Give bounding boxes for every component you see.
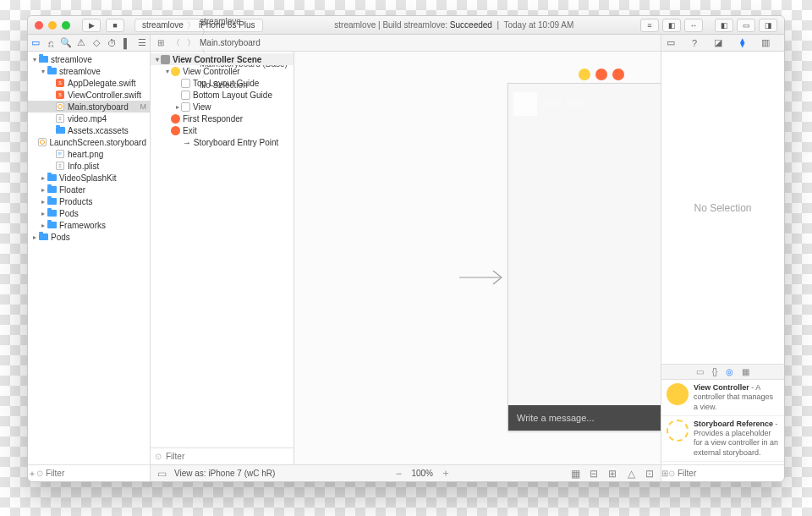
file-template-library-icon[interactable]: ▭: [696, 367, 704, 376]
identity-inspector-icon[interactable]: ◪: [709, 35, 727, 52]
outline-tree[interactable]: ▾View Controller Scene▾View ControllerTo…: [151, 52, 294, 447]
nav-item[interactable]: ▾streamlove: [28, 53, 150, 65]
editor-area: ⊞ 〈 〉 streamlove〉streamlove〉Main.storybo…: [151, 35, 661, 481]
scene-exit-icon[interactable]: [612, 69, 624, 80]
library-view-mode-icon[interactable]: ⊞: [661, 469, 668, 478]
back-icon[interactable]: 〈: [169, 37, 183, 49]
activity-status: streamlove | Build streamlove: Succeeded…: [268, 20, 640, 30]
nav-item[interactable]: Main.storyboardM: [28, 101, 150, 113]
pin-icon[interactable]: ⊞: [606, 468, 618, 480]
nav-item[interactable]: sViewController.swift: [28, 89, 150, 101]
editor-version-icon[interactable]: ↔: [684, 19, 703, 32]
project-tree[interactable]: ▾streamlove▾streamlovesAppDelegate.swift…: [28, 52, 150, 464]
view-controller-scene[interactable]: John Doe Write a message... ❤: [508, 83, 661, 431]
debug-navigator-icon[interactable]: ⏱: [104, 35, 119, 52]
document-outline: ▾View Controller Scene▾View ControllerTo…: [151, 52, 294, 464]
nav-item[interactable]: ▸VideoSplashKit: [28, 172, 150, 184]
outline-item[interactable]: First Responder: [151, 113, 294, 124]
nav-item[interactable]: ▸Frameworks: [28, 219, 150, 231]
library-filter-input[interactable]: [678, 469, 785, 478]
align-icon[interactable]: ⊟: [588, 468, 600, 480]
outline-item[interactable]: Bottom Layout Guide: [151, 89, 294, 101]
nav-item[interactable]: ▸Pods: [28, 231, 150, 243]
object-library-icon[interactable]: ◎: [726, 367, 733, 376]
media-library-icon[interactable]: ▦: [742, 367, 749, 376]
jump-bar[interactable]: ⊞ 〈 〉 streamlove〉streamlove〉Main.storybo…: [151, 35, 661, 52]
outline-filter-input[interactable]: [166, 452, 294, 461]
embed-icon[interactable]: ▦: [569, 468, 581, 480]
related-items-icon[interactable]: ⊞: [154, 38, 167, 47]
editor-standard-icon[interactable]: ≡: [640, 19, 659, 32]
stop-button[interactable]: ■: [106, 19, 124, 32]
storyboard-canvas[interactable]: John Doe Write a message... ❤: [294, 52, 661, 464]
nav-item[interactable]: ≡Info.plist: [28, 160, 150, 172]
inspector-empty: No Selection: [661, 52, 784, 365]
library-item[interactable]: View Controller - A controller that mana…: [661, 380, 784, 416]
symbol-navigator-icon[interactable]: ⎌: [43, 35, 58, 52]
nav-item[interactable]: ▸Floater: [28, 184, 150, 195]
toggle-inspector-icon[interactable]: ◨: [759, 19, 777, 32]
nav-item[interactable]: ▸Pods: [28, 207, 150, 219]
attributes-inspector-icon[interactable]: ⧫: [732, 35, 751, 52]
message-input-bar: Write a message... ❤: [508, 405, 661, 431]
outline-item[interactable]: Top Layout Guide: [151, 77, 294, 89]
nav-item[interactable]: ▾streamlove: [28, 65, 150, 77]
breadcrumb[interactable]: streamlove: [200, 17, 288, 26]
filter-icon: ⊙: [668, 469, 675, 478]
view-as-label[interactable]: View as: iPhone 7 (wC hR): [174, 469, 275, 478]
nav-item[interactable]: ▸Products: [28, 195, 150, 207]
object-library[interactable]: View Controller - A controller that mana…: [661, 380, 784, 464]
navigator-filter-input[interactable]: [46, 469, 153, 478]
run-button[interactable]: ▶: [82, 19, 101, 32]
zoom-out-icon[interactable]: −: [392, 468, 404, 480]
inspector-tabs: ▭ ? ◪ ⧫ ▥ ◉: [661, 35, 784, 52]
close-icon[interactable]: [35, 21, 43, 30]
zoom-in-icon[interactable]: ＋: [440, 466, 452, 480]
zoom-icon[interactable]: [62, 21, 70, 30]
stack-icon[interactable]: ⊡: [644, 468, 656, 480]
issue-navigator-icon[interactable]: ⚠: [74, 35, 89, 52]
nav-item[interactable]: heart.png: [28, 148, 150, 160]
entry-point-arrow-icon: [459, 265, 507, 290]
outline-item[interactable]: Exit: [151, 124, 294, 136]
report-navigator-icon[interactable]: ☰: [134, 35, 150, 52]
editor-assistant-icon[interactable]: ◧: [662, 19, 681, 32]
help-inspector-icon[interactable]: ?: [685, 35, 704, 52]
find-navigator-icon[interactable]: 🔍: [58, 35, 74, 52]
scene-responder-icon[interactable]: [595, 69, 607, 80]
add-button[interactable]: ＋: [28, 468, 36, 480]
outline-item[interactable]: → Storyboard Entry Point: [151, 136, 294, 148]
library-footer: ⊞ ⊙: [661, 464, 784, 481]
scene-vc-icon[interactable]: [579, 69, 590, 80]
breakpoint-navigator-icon[interactable]: ▌: [119, 35, 134, 52]
resolve-icon[interactable]: △: [625, 468, 637, 480]
canvas-toolbar: ▭ View as: iPhone 7 (wC hR) − 100% ＋ ▦ ⊟…: [151, 464, 661, 481]
test-navigator-icon[interactable]: ◇: [89, 35, 104, 52]
code-snippet-library-icon[interactable]: {}: [712, 367, 718, 376]
nav-item[interactable]: ≡video.mp4: [28, 113, 150, 124]
library-item[interactable]: Storyboard Reference - Provides a placeh…: [661, 416, 784, 462]
minimize-icon[interactable]: [48, 21, 57, 30]
nav-item[interactable]: sAppDelegate.swift: [28, 77, 150, 89]
breadcrumb[interactable]: Main.storyboard: [200, 38, 288, 47]
nav-item[interactable]: Assets.xcassets: [28, 124, 150, 136]
username-label: John Doe: [542, 97, 582, 107]
scheme-project: streamlove: [142, 20, 184, 30]
inspector-panel: ▭ ? ◪ ⧫ ▥ ◉ No Selection ▭ {} ◎ ▦ View C…: [661, 35, 784, 481]
window-controls: [28, 21, 77, 30]
filter-icon: ⊙: [36, 469, 43, 478]
forward-icon[interactable]: 〉: [184, 37, 198, 49]
file-inspector-icon[interactable]: ▭: [661, 35, 680, 52]
toggle-navigator-icon[interactable]: ◧: [715, 19, 733, 32]
zoom-level: 100%: [411, 469, 433, 478]
connections-inspector-icon[interactable]: ◉: [780, 35, 785, 52]
toggle-outline-icon[interactable]: ▭: [156, 468, 167, 480]
project-navigator-icon[interactable]: ▭: [28, 35, 43, 52]
outline-item[interactable]: ▾View Controller: [151, 65, 294, 77]
nav-item[interactable]: LaunchScreen.storyboard: [28, 136, 150, 148]
size-inspector-icon[interactable]: ▥: [756, 35, 775, 52]
outline-item[interactable]: ▸View: [151, 101, 294, 113]
outline-item[interactable]: ▾View Controller Scene: [151, 53, 294, 65]
titlebar: ▶ ■ streamlove 〉 iPhone 6s Plus streamlo…: [28, 16, 784, 35]
toggle-debug-icon[interactable]: ▭: [737, 19, 755, 32]
